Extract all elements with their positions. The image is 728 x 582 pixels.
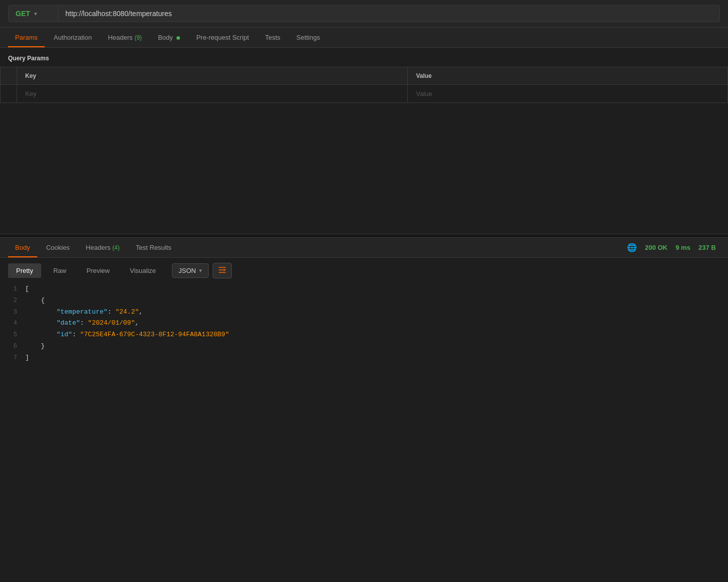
format-toolbar: Pretty Raw Preview Visualize JSON ▾ <box>0 258 728 283</box>
tab-response-headers[interactable]: Headers (4) <box>79 238 127 257</box>
line-number: 6 <box>0 341 25 351</box>
json-line-3: 3 "temperature": "24.2", <box>0 307 728 318</box>
line-number: 3 <box>0 307 25 317</box>
line-number: 2 <box>0 296 25 306</box>
wrap-lines-button[interactable] <box>213 263 232 278</box>
line-number: 1 <box>0 284 25 294</box>
json-chevron-icon: ▾ <box>199 267 202 274</box>
table-row: Key Value <box>1 85 728 103</box>
tab-tests[interactable]: Tests <box>258 28 287 47</box>
line-number: 5 <box>0 330 25 340</box>
section-divider <box>0 234 728 238</box>
tab-response-body[interactable]: Body <box>8 238 37 257</box>
json-line-6: 6 } <box>0 341 728 352</box>
format-tab-raw[interactable]: Raw <box>45 263 74 278</box>
row-key[interactable]: Key <box>17 85 408 103</box>
tab-test-results[interactable]: Test Results <box>129 238 178 257</box>
line-content: "temperature": "24.2", <box>25 307 728 318</box>
response-tabs-bar: Body Cookies Headers (4) Test Results 🌐 … <box>0 238 728 258</box>
col-header-value: Value <box>408 67 728 85</box>
request-body: Query Params Key Value Key Value <box>0 48 728 234</box>
line-content: "date": "2024/01/09", <box>25 318 728 329</box>
json-line-5: 5 "id": "7C25E4FA-679C-4323-8F12-94FA8A1… <box>0 329 728 341</box>
response-size: 237 B <box>698 244 716 251</box>
response-headers-badge: (4) <box>112 244 120 251</box>
col-header-checkbox <box>1 67 17 85</box>
row-checkbox <box>1 85 17 103</box>
json-label: JSON <box>178 267 196 274</box>
response-status: 200 OK <box>645 244 668 251</box>
globe-icon[interactable]: 🌐 <box>627 243 637 252</box>
response-tabs: Body Cookies Headers (4) Test Results <box>8 238 623 257</box>
tab-body[interactable]: Body <box>151 28 187 47</box>
json-response-content: 1 [ 2 { 3 "temperature": "24.2", 4 "date… <box>0 283 728 374</box>
url-bar: GET ▾ <box>0 0 728 28</box>
response-time: 9 ms <box>676 244 691 251</box>
request-tabs: Params Authorization Headers (9) Body Pr… <box>0 28 728 48</box>
method-label: GET <box>16 10 30 18</box>
method-selector[interactable]: GET ▾ <box>8 5 58 22</box>
response-section: Body Cookies Headers (4) Test Results 🌐 … <box>0 238 728 374</box>
query-params-label: Query Params <box>0 48 728 67</box>
tab-params[interactable]: Params <box>8 28 45 47</box>
line-content: } <box>25 341 728 352</box>
tab-prerequest[interactable]: Pre-request Script <box>189 28 256 47</box>
tab-headers[interactable]: Headers (9) <box>101 28 149 47</box>
row-value[interactable]: Value <box>408 85 728 103</box>
line-content: ] <box>25 353 728 363</box>
col-header-key: Key <box>17 67 408 85</box>
params-table: Key Value Key Value <box>0 67 728 103</box>
tab-authorization[interactable]: Authorization <box>47 28 99 47</box>
format-tab-pretty[interactable]: Pretty <box>8 263 41 278</box>
format-tab-visualize[interactable]: Visualize <box>122 263 164 278</box>
line-content: { <box>25 296 728 306</box>
tab-cookies[interactable]: Cookies <box>39 238 77 257</box>
line-content: [ <box>25 284 728 295</box>
json-line-2: 2 { <box>0 295 728 307</box>
json-format-selector[interactable]: JSON ▾ <box>172 263 209 278</box>
url-input[interactable] <box>65 10 712 18</box>
line-content: "id": "7C25E4FA-679C-4323-8F12-94FA8A132… <box>25 330 728 340</box>
body-dot <box>176 36 180 40</box>
chevron-down-icon: ▾ <box>34 11 37 17</box>
tab-settings[interactable]: Settings <box>290 28 327 47</box>
line-number: 4 <box>0 318 25 328</box>
line-number: 7 <box>0 353 25 363</box>
json-line-7: 7 ] <box>0 352 728 364</box>
response-meta: 🌐 200 OK 9 ms 237 B <box>623 243 720 252</box>
url-input-container[interactable] <box>58 5 720 22</box>
headers-badge: (9) <box>134 34 142 41</box>
json-line-1: 1 [ <box>0 283 728 295</box>
json-line-4: 4 "date": "2024/01/09", <box>0 318 728 329</box>
format-tab-preview[interactable]: Preview <box>78 263 118 278</box>
wrap-lines-icon <box>218 266 226 275</box>
